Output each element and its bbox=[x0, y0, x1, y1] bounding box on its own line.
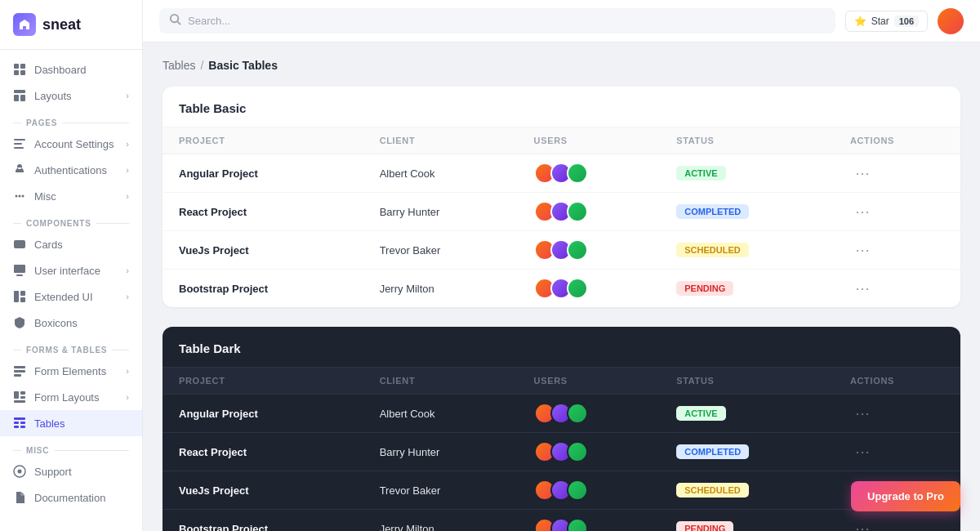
col-client-dark: CLIENT bbox=[363, 368, 518, 395]
sidebar-item-dashboard[interactable]: Dashboard bbox=[0, 56, 142, 83]
status-badge: COMPLETED bbox=[676, 444, 749, 459]
cell-client: Albert Cook bbox=[363, 154, 518, 193]
breadcrumb-separator: / bbox=[200, 59, 203, 72]
sidebar-item-misc[interactable]: Misc › bbox=[0, 183, 142, 209]
cell-actions: ⋯ bbox=[834, 395, 960, 433]
tables-label: Tables bbox=[34, 417, 65, 430]
actions-button[interactable]: ⋯ bbox=[850, 201, 875, 222]
svg-rect-1 bbox=[20, 64, 25, 69]
cards-label: Cards bbox=[34, 239, 63, 251]
breadcrumb-parent[interactable]: Tables bbox=[163, 59, 195, 72]
sidebar-navigation: Dashboard Layouts › PAGES Account Settin… bbox=[0, 50, 142, 531]
avatar-group bbox=[534, 480, 644, 501]
account-settings-label: Account Settings bbox=[34, 138, 114, 150]
avatar-group bbox=[534, 201, 644, 222]
svg-point-33 bbox=[18, 470, 22, 474]
docs-icon bbox=[13, 491, 26, 504]
sidebar-item-extended-ui[interactable]: Extended UI › bbox=[0, 283, 142, 310]
cell-status: PENDING bbox=[660, 510, 834, 532]
svg-rect-16 bbox=[16, 274, 23, 276]
sidebar-item-form-elements[interactable]: Form Elements › bbox=[0, 358, 142, 384]
sidebar-item-documentation[interactable]: Documentation bbox=[0, 484, 142, 511]
svg-rect-25 bbox=[20, 396, 25, 399]
chevron-right-icon: › bbox=[126, 392, 129, 402]
status-badge: COMPLETED bbox=[676, 204, 749, 219]
cell-users bbox=[518, 433, 661, 471]
sidebar-item-form-layouts[interactable]: Form Layouts › bbox=[0, 384, 142, 410]
cell-client: Barry Hunter bbox=[363, 193, 518, 231]
form-layouts-icon bbox=[13, 390, 26, 404]
search-icon bbox=[169, 13, 181, 29]
table-basic-body: Angular Project Albert Cook ACTIVE ⋯ Rea… bbox=[163, 154, 960, 308]
sidebar-item-support[interactable]: Support bbox=[0, 458, 142, 484]
user-avatar[interactable] bbox=[938, 8, 964, 34]
table-row: Bootstrap Project Jerry Milton PENDING ⋯ bbox=[163, 270, 960, 308]
cell-users bbox=[518, 270, 661, 308]
actions-button[interactable]: ⋯ bbox=[850, 239, 875, 261]
upgrade-button[interactable]: Upgrade to Pro bbox=[851, 481, 960, 511]
cell-actions: ⋯ bbox=[834, 270, 960, 308]
sidebar-item-account-settings[interactable]: Account Settings › bbox=[0, 131, 142, 157]
table-row: React Project Barry Hunter COMPLETED ⋯ bbox=[163, 433, 960, 471]
cell-project: Bootstrap Project bbox=[163, 270, 363, 308]
support-icon bbox=[13, 465, 26, 478]
avatar-group bbox=[534, 518, 644, 531]
logo-text: sneat bbox=[42, 16, 81, 33]
dashboard-icon bbox=[13, 63, 26, 76]
auth-icon bbox=[13, 163, 26, 176]
col-project: PROJECT bbox=[163, 127, 363, 154]
extui-icon bbox=[13, 290, 26, 303]
avatar bbox=[567, 239, 588, 261]
svg-rect-4 bbox=[14, 90, 25, 93]
avatar-group bbox=[534, 403, 644, 424]
cell-project: VueJs Project bbox=[163, 231, 363, 270]
star-count: 106 bbox=[894, 16, 919, 27]
box-icon bbox=[13, 316, 26, 329]
cell-users bbox=[518, 395, 661, 433]
cell-client: Jerry Milton bbox=[363, 510, 518, 532]
svg-line-35 bbox=[177, 21, 180, 25]
logo-icon bbox=[13, 13, 36, 36]
actions-button[interactable]: ⋯ bbox=[850, 163, 875, 184]
actions-button[interactable]: ⋯ bbox=[850, 441, 875, 462]
status-badge: SCHEDULED bbox=[676, 483, 748, 498]
avatar bbox=[567, 201, 588, 222]
sidebar-item-user-interface[interactable]: User interface › bbox=[0, 257, 142, 283]
search-input[interactable] bbox=[188, 15, 826, 27]
section-components: COMPONENTS bbox=[0, 209, 142, 231]
cell-actions: ⋯ bbox=[834, 154, 960, 193]
avatar-group bbox=[534, 278, 644, 299]
tables-icon bbox=[13, 417, 26, 430]
sidebar-item-boxicons[interactable]: Boxicons bbox=[0, 310, 142, 336]
star-button[interactable]: ⭐ Star 106 bbox=[845, 11, 928, 32]
col-actions: ACTIONS bbox=[834, 127, 960, 154]
star-label: Star bbox=[871, 16, 889, 27]
sidebar-item-cards[interactable]: Cards bbox=[0, 231, 142, 257]
svg-point-12 bbox=[22, 195, 24, 198]
svg-rect-8 bbox=[14, 143, 22, 145]
cell-project: Angular Project bbox=[163, 395, 363, 433]
sidebar-item-layouts[interactable]: Layouts › bbox=[0, 83, 142, 109]
actions-button[interactable]: ⋯ bbox=[850, 278, 875, 299]
svg-rect-14 bbox=[14, 243, 25, 244]
table-basic-head: PROJECT CLIENT USERS STATUS ACTIONS bbox=[163, 127, 960, 154]
search-bar[interactable] bbox=[159, 8, 835, 33]
sidebar-item-tables[interactable]: Tables bbox=[0, 410, 142, 436]
avatar bbox=[567, 441, 588, 462]
topbar: ⭐ Star 106 bbox=[143, 0, 980, 42]
svg-rect-21 bbox=[14, 370, 25, 373]
cell-project: React Project bbox=[163, 433, 363, 471]
breadcrumb-current: Basic Tables bbox=[208, 59, 278, 72]
cell-status: SCHEDULED bbox=[660, 471, 834, 510]
actions-button[interactable]: ⋯ bbox=[850, 403, 875, 424]
col-project-dark: PROJECT bbox=[163, 368, 363, 395]
avatar bbox=[567, 163, 588, 184]
avatar-group bbox=[534, 163, 644, 184]
form-elements-icon bbox=[13, 364, 26, 377]
actions-button[interactable]: ⋯ bbox=[850, 518, 875, 531]
svg-rect-29 bbox=[20, 422, 25, 424]
cell-actions: ⋯ bbox=[834, 231, 960, 270]
cell-actions: ⋯ bbox=[834, 433, 960, 471]
sidebar-item-authentications[interactable]: Authentications › bbox=[0, 157, 142, 183]
table-dark: PROJECT CLIENT USERS STATUS ACTIONS Angu… bbox=[163, 368, 960, 531]
